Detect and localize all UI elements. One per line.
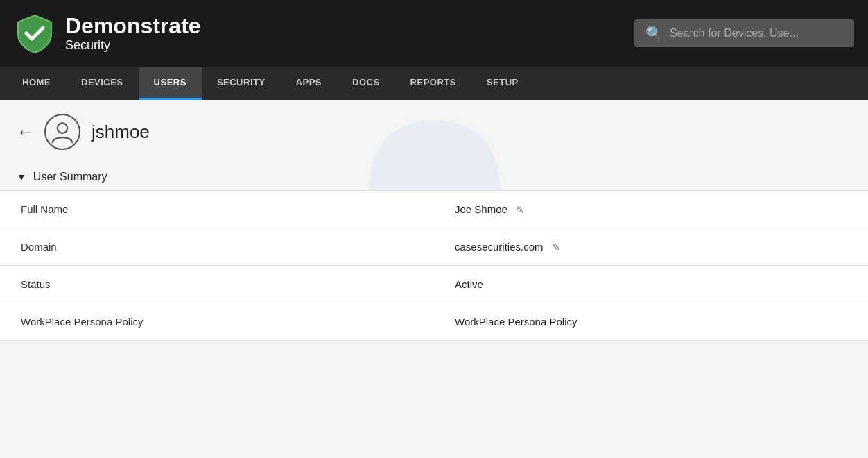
table-row: Full Name Joe Shmoe ✎ [0, 191, 868, 228]
username-label: jshmoe [92, 121, 150, 143]
field-label-fullname: Full Name [0, 191, 434, 228]
user-avatar-icon [44, 114, 80, 150]
search-input[interactable] [670, 27, 843, 40]
svg-point-0 [58, 123, 67, 133]
field-value-domain: casesecurities.com ✎ [434, 228, 868, 266]
field-label-domain: Domain [0, 228, 434, 266]
field-value-fullname: Joe Shmoe ✎ [434, 191, 868, 228]
brand-text: Demonstrate Security [65, 14, 201, 53]
section-header: ▼ User Summary [0, 164, 868, 190]
nav-item-home[interactable]: HOME [7, 67, 66, 100]
table-row: WorkPlace Persona Policy WorkPlace Perso… [0, 303, 868, 341]
header: Demonstrate Security 🔍 [0, 0, 868, 67]
chevron-down-icon[interactable]: ▼ [17, 171, 26, 183]
search-icon: 🔍 [645, 25, 663, 42]
brand-name: Demonstrate [65, 14, 201, 38]
section-title: User Summary [33, 171, 107, 183]
user-header: ← jshmoe [0, 100, 868, 157]
brand-sub: Security [65, 38, 201, 53]
logo-area: Demonstrate Security [14, 12, 201, 54]
nav-item-reports[interactable]: REPORTS [395, 67, 471, 100]
field-value-policy: WorkPlace Persona Policy [434, 303, 868, 341]
content-area: 👤 ← jshmoe ▼ User Summary Full Name Joe … [0, 100, 868, 458]
table-row: Status Active [0, 266, 868, 303]
nav-item-setup[interactable]: SETUP [471, 67, 534, 100]
main-nav: HOME DEVICES USERS SECURITY APPS DOCS RE… [0, 67, 868, 100]
nav-item-docs[interactable]: DOCS [337, 67, 395, 100]
back-button[interactable]: ← [17, 122, 33, 142]
nav-item-devices[interactable]: DEVICES [66, 67, 139, 100]
summary-table: Full Name Joe Shmoe ✎ Domain casesecurit… [0, 190, 868, 341]
nav-item-users[interactable]: USERS [139, 67, 202, 100]
table-row: Domain casesecurities.com ✎ [0, 228, 868, 266]
edit-domain-icon[interactable]: ✎ [552, 241, 560, 253]
field-label-policy: WorkPlace Persona Policy [0, 303, 434, 341]
shield-icon [14, 12, 55, 54]
search-area[interactable]: 🔍 [634, 19, 854, 47]
field-label-status: Status [0, 266, 434, 303]
nav-item-security[interactable]: SECURITY [202, 67, 281, 100]
nav-item-apps[interactable]: APPS [281, 67, 337, 100]
field-value-status: Active [434, 266, 868, 303]
edit-fullname-icon[interactable]: ✎ [516, 204, 524, 215]
